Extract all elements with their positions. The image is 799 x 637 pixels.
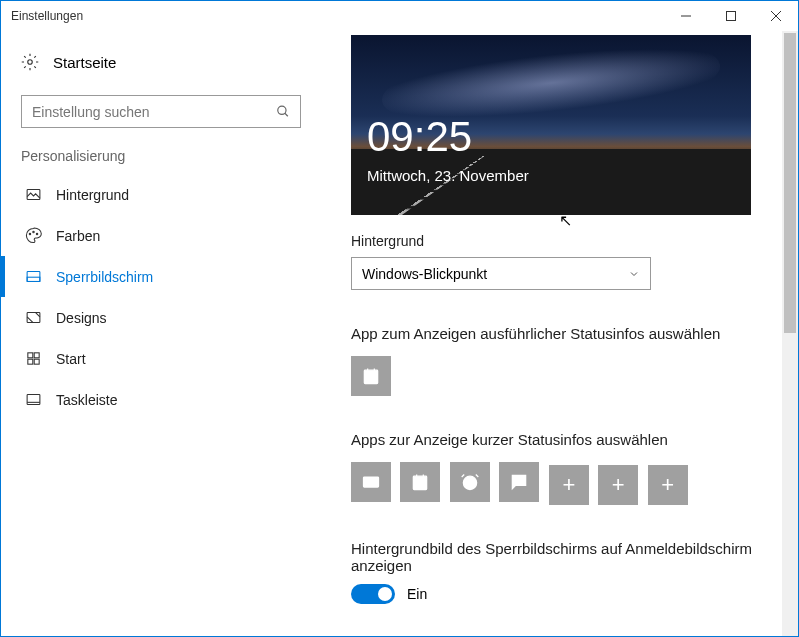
nav-label: Taskleiste bbox=[56, 392, 117, 408]
background-label: Hintergrund bbox=[351, 233, 778, 249]
preview-date: Mittwoch, 23. November bbox=[367, 167, 529, 184]
alarm-icon bbox=[460, 472, 480, 492]
quick-status-app-add[interactable]: + bbox=[598, 465, 638, 505]
maximize-button[interactable] bbox=[708, 1, 753, 31]
sidebar-item-designs[interactable]: Designs bbox=[1, 297, 321, 338]
scrollbar[interactable] bbox=[782, 31, 798, 636]
palette-icon bbox=[25, 227, 42, 244]
start-icon bbox=[25, 350, 42, 367]
preview-time: 09:25 bbox=[367, 113, 472, 161]
window-title: Einstellungen bbox=[11, 9, 83, 23]
plus-icon: + bbox=[562, 472, 575, 498]
detailed-status-label: App zum Anzeigen ausführlicher Statusinf… bbox=[351, 325, 778, 342]
search-icon bbox=[276, 104, 290, 119]
sidebar-item-sperrbildschirm[interactable]: Sperrbildschirm bbox=[1, 256, 321, 297]
search-input[interactable] bbox=[32, 104, 276, 120]
svg-rect-15 bbox=[34, 353, 39, 358]
quick-status-label: Apps zur Anzeige kurzer Statusinfos ausw… bbox=[351, 431, 778, 448]
svg-point-4 bbox=[28, 60, 33, 65]
svg-point-10 bbox=[36, 233, 37, 234]
nav-label: Designs bbox=[56, 310, 107, 326]
background-dropdown[interactable]: Windows-Blickpunkt bbox=[351, 257, 651, 290]
calendar-icon bbox=[410, 472, 430, 492]
svg-rect-11 bbox=[27, 272, 40, 282]
sidebar: Startseite Personalisierung Hintergrund … bbox=[1, 31, 321, 636]
svg-rect-17 bbox=[34, 359, 39, 364]
svg-line-6 bbox=[285, 113, 288, 116]
quick-status-app-calendar[interactable] bbox=[400, 462, 440, 502]
themes-icon bbox=[25, 309, 42, 326]
svg-rect-12 bbox=[27, 277, 40, 281]
svg-point-8 bbox=[29, 233, 30, 234]
section-label: Personalisierung bbox=[1, 148, 321, 174]
titlebar: Einstellungen bbox=[1, 1, 798, 31]
taskbar-icon bbox=[25, 391, 42, 408]
quick-status-app-messaging[interactable] bbox=[499, 462, 539, 502]
svg-rect-18 bbox=[27, 395, 40, 405]
quick-status-app-add[interactable]: + bbox=[648, 465, 688, 505]
sidebar-item-hintergrund[interactable]: Hintergrund bbox=[1, 174, 321, 215]
svg-rect-1 bbox=[726, 12, 735, 21]
quick-status-row: + + + bbox=[351, 462, 778, 505]
sidebar-item-taskleiste[interactable]: Taskleiste bbox=[1, 379, 321, 420]
lockscreen-preview: 09:25 Mittwoch, 23. November bbox=[351, 35, 751, 215]
signin-bg-label: Hintergrundbild des Sperrbildschirms auf… bbox=[351, 540, 778, 574]
messaging-icon bbox=[509, 472, 529, 492]
dropdown-value: Windows-Blickpunkt bbox=[362, 266, 487, 282]
main-panel: 09:25 Mittwoch, 23. November Hintergrund… bbox=[321, 31, 798, 636]
nav-label: Sperrbildschirm bbox=[56, 269, 153, 285]
svg-rect-14 bbox=[28, 353, 33, 358]
home-link[interactable]: Startseite bbox=[1, 43, 321, 81]
chevron-down-icon bbox=[628, 268, 640, 280]
quick-status-app-alarm[interactable] bbox=[450, 462, 490, 502]
detailed-status-app-button[interactable] bbox=[351, 356, 391, 396]
toggle-state-label: Ein bbox=[407, 586, 427, 602]
image-icon bbox=[25, 186, 42, 203]
svg-point-5 bbox=[278, 106, 286, 114]
sidebar-item-farben[interactable]: Farben bbox=[1, 215, 321, 256]
calendar-icon bbox=[361, 366, 381, 386]
plus-icon: + bbox=[612, 472, 625, 498]
svg-rect-25 bbox=[414, 476, 427, 489]
svg-point-9 bbox=[33, 231, 34, 232]
signin-bg-toggle[interactable] bbox=[351, 584, 395, 604]
lockscreen-icon bbox=[25, 268, 42, 285]
scrollbar-thumb[interactable] bbox=[784, 33, 796, 333]
home-label: Startseite bbox=[53, 54, 116, 71]
svg-line-33 bbox=[476, 475, 479, 478]
svg-rect-13 bbox=[27, 313, 40, 323]
svg-line-32 bbox=[462, 475, 465, 478]
svg-rect-16 bbox=[28, 359, 33, 364]
plus-icon: + bbox=[661, 472, 674, 498]
gear-icon bbox=[21, 53, 39, 71]
quick-status-app-add[interactable]: + bbox=[549, 465, 589, 505]
sidebar-item-start[interactable]: Start bbox=[1, 338, 321, 379]
nav-label: Hintergrund bbox=[56, 187, 129, 203]
svg-rect-20 bbox=[364, 370, 377, 383]
close-button[interactable] bbox=[753, 1, 798, 31]
mail-icon bbox=[361, 472, 381, 492]
nav-label: Farben bbox=[56, 228, 100, 244]
window-controls bbox=[663, 1, 798, 31]
minimize-button[interactable] bbox=[663, 1, 708, 31]
nav-label: Start bbox=[56, 351, 86, 367]
quick-status-app-mail[interactable] bbox=[351, 462, 391, 502]
search-box[interactable] bbox=[21, 95, 301, 128]
